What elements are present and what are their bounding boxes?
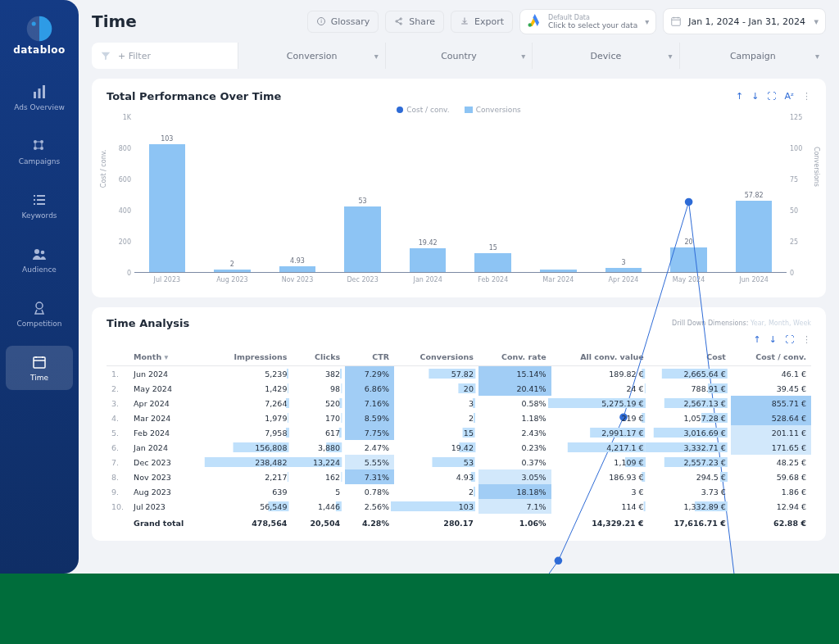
chart-legend: Cost / conv. Conversions bbox=[107, 106, 811, 114]
svg-point-0 bbox=[32, 22, 36, 26]
sidebar-item-audience[interactable]: Audience bbox=[6, 238, 74, 282]
sort-desc-icon[interactable]: ↓ bbox=[751, 91, 759, 102]
sidebar-item-campaigns[interactable]: Campaigns bbox=[6, 129, 74, 174]
sidebar-item-time[interactable]: Time bbox=[6, 346, 74, 390]
svg-rect-11 bbox=[34, 357, 45, 368]
table-row[interactable]: 8.Nov 20232,2171627.31%4.933.05%186.93 €… bbox=[107, 469, 811, 484]
chart-area: Cost / conv. Conversions 02004006008001K… bbox=[107, 117, 811, 289]
svg-point-25 bbox=[555, 557, 563, 565]
glossary-button[interactable]: iGlossary bbox=[307, 11, 379, 33]
sidebar-item-ads[interactable]: Ads Overview bbox=[6, 75, 74, 120]
export-button[interactable]: Export bbox=[451, 11, 513, 33]
table-row[interactable]: 10.Jul 202356,5491,4462.56%1037.1%114 €1… bbox=[107, 499, 811, 514]
table-row[interactable]: 3.Apr 20247,2645207.16%30.58%5,275.19 €2… bbox=[107, 396, 811, 410]
svg-point-9 bbox=[41, 251, 45, 255]
filter-device[interactable]: Device bbox=[533, 43, 679, 69]
filter-country[interactable]: Country bbox=[386, 43, 533, 69]
table-row[interactable]: 4.Mar 20241,9791708.59%21.18%219 €1,057.… bbox=[107, 410, 811, 425]
sort-asc-icon[interactable]: ↑ bbox=[736, 91, 743, 102]
google-ads-icon bbox=[527, 14, 542, 29]
brand-name: databloo bbox=[13, 44, 66, 56]
text-format-icon[interactable]: Aᶻ bbox=[784, 91, 794, 102]
filter-bar: + Filter ConversionCountryDeviceCampaign bbox=[92, 43, 826, 69]
chart-title: Total Performance Over Time bbox=[107, 90, 281, 102]
top-bar: Time iGlossary Share Export Default Data… bbox=[92, 8, 826, 34]
filter-conversion[interactable]: Conversion bbox=[238, 43, 385, 69]
svg-point-10 bbox=[36, 302, 43, 309]
y-axis-left-label: Cost / conv. bbox=[100, 150, 107, 188]
filter-campaign[interactable]: Campaign bbox=[680, 43, 826, 69]
table-row[interactable]: 6.Jan 2024156,8083,8802.47%19.420.23%4,2… bbox=[107, 440, 811, 455]
svg-point-6 bbox=[34, 147, 37, 150]
more-icon[interactable]: ⋮ bbox=[802, 334, 811, 345]
page-title: Time bbox=[92, 11, 137, 31]
add-filter-button[interactable]: + Filter bbox=[92, 43, 238, 69]
table-row[interactable]: 1.Jun 20245,2393827.29%57.8215.14%189.82… bbox=[107, 366, 811, 382]
brand-logo: databloo bbox=[13, 15, 66, 56]
time-analysis-table: Month ▾ImpressionsClicksCTRConversionsCo… bbox=[107, 348, 811, 531]
table-total-row: Grand total478,56420,5044.28%280.171.06%… bbox=[107, 514, 811, 531]
svg-point-17 bbox=[528, 23, 532, 27]
date-range-picker[interactable]: Jan 1, 2024 - Jan 31, 2024 bbox=[663, 8, 826, 34]
y-axis-right-label: Conversions bbox=[813, 147, 820, 187]
svg-rect-1 bbox=[34, 92, 36, 98]
svg-point-5 bbox=[40, 140, 43, 143]
table-row[interactable]: 5.Feb 20247,9586177.75%152.43%2,991.17 €… bbox=[107, 425, 811, 440]
table-row[interactable]: 2.May 20241,429986.86%2020.41%24 €788.91… bbox=[107, 381, 811, 396]
sidebar: databloo Ads OverviewCampaignsKeywordsAu… bbox=[0, 0, 79, 574]
svg-text:i: i bbox=[320, 18, 322, 24]
main: Time iGlossary Share Export Default Data… bbox=[79, 0, 839, 574]
svg-point-8 bbox=[34, 249, 39, 254]
data-source-selector[interactable]: Default DataClick to select your data bbox=[519, 9, 656, 34]
logo-icon bbox=[25, 15, 53, 43]
svg-point-27 bbox=[685, 198, 693, 206]
svg-point-7 bbox=[40, 147, 43, 150]
more-icon[interactable]: ⋮ bbox=[802, 91, 811, 102]
calendar-icon bbox=[670, 16, 682, 27]
chart-tools: ↑ ↓ ⛶ Aᶻ ⋮ bbox=[736, 91, 811, 102]
sidebar-item-competition[interactable]: Competition bbox=[6, 292, 74, 336]
performance-chart-card: Total Performance Over Time ↑ ↓ ⛶ Aᶻ ⋮ C… bbox=[92, 79, 826, 297]
svg-point-4 bbox=[34, 140, 37, 143]
funnel-icon bbox=[100, 50, 111, 61]
footer-band bbox=[0, 574, 839, 644]
svg-rect-3 bbox=[43, 85, 45, 98]
svg-rect-2 bbox=[38, 88, 40, 98]
sidebar-item-keywords[interactable]: Keywords bbox=[6, 184, 74, 228]
svg-rect-18 bbox=[672, 18, 681, 26]
share-button[interactable]: Share bbox=[385, 11, 444, 33]
table-row[interactable]: 9.Aug 202363950.78%218.18%3 €3.73 €1.86 … bbox=[107, 484, 811, 499]
table-row[interactable]: 7.Dec 2023238,48213,2245.55%530.37%1,109… bbox=[107, 455, 811, 469]
expand-icon[interactable]: ⛶ bbox=[767, 91, 776, 102]
